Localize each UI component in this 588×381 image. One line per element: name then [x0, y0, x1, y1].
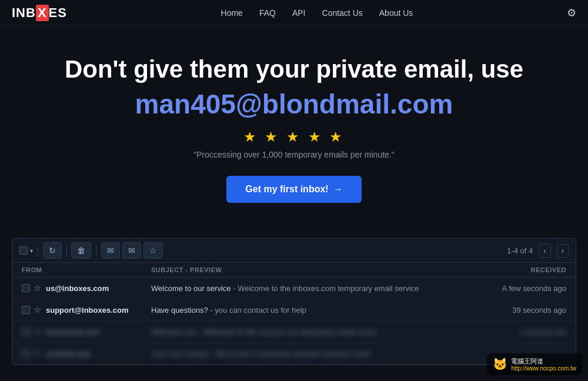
toolbar-right: 1-4 of 4 ‹ › — [507, 244, 569, 258]
checkbox-wrap-2: ☆ — [22, 305, 41, 315]
nav-contact[interactable]: Contact Us — [322, 8, 363, 18]
table-row[interactable]: ☆ support@inboxes.com Have questions? - … — [12, 299, 576, 321]
star-button[interactable]: ☆ — [143, 242, 163, 259]
star-icon-2[interactable]: ☆ — [34, 305, 41, 315]
star-icon-3[interactable]: ☆ — [34, 327, 41, 336]
cell-subject-3: Welcome xxx - Welcome to the xxxxxxx.xxx… — [151, 327, 460, 336]
mark-unread-icon: ✉ — [128, 246, 135, 255]
subject-preview-1: Welcome to the inboxes.com temporary ema… — [238, 284, 419, 293]
select-all-wrap: ▾ — [19, 246, 33, 255]
from-address-3: xxxxxxxxx.xxx — [46, 327, 99, 336]
inbox-table-header: FROM SUBJECT - PREVIEW RECEIVED — [12, 263, 576, 278]
navbar-right: ⚙ — [567, 6, 576, 19]
header-subject: SUBJECT - PREVIEW — [151, 266, 460, 273]
inbox-panel: ▾ | ↻ | 🗑 | ✉ ✉ ☆ 1-4 of 4 ‹ › — [12, 238, 576, 365]
star-toolbar-icon: ☆ — [149, 246, 157, 255]
cell-received-2: 39 seconds ago — [460, 306, 566, 315]
mark-unread-button[interactable]: ✉ — [122, 242, 141, 259]
settings-icon[interactable]: ⚙ — [567, 6, 576, 19]
select-all-checkbox[interactable] — [19, 246, 28, 255]
cell-subject-4: xxxx xxxx xxxxxx - this is just x xxxxxx… — [151, 349, 460, 358]
row-checkbox-1[interactable] — [22, 284, 30, 292]
from-address-1: us@inboxes.com — [46, 284, 109, 293]
row-checkbox-3[interactable] — [22, 327, 30, 336]
table-row[interactable]: ☆ us@inboxes.com Welcome to our service … — [12, 278, 576, 299]
hero-email: man405@blondmail.com — [12, 88, 576, 121]
refresh-icon: ↻ — [49, 246, 56, 255]
cell-from-1: ☆ us@inboxes.com — [22, 283, 151, 293]
divider-2: | — [65, 245, 68, 257]
hero-subtext: "Proccessing over 1,000 temporary emails… — [12, 150, 576, 159]
from-address-2: support@inboxes.com — [46, 306, 129, 315]
next-page-button[interactable]: › — [557, 244, 569, 258]
checkbox-wrap-1: ☆ — [22, 283, 41, 293]
subject-preview-2: you can contact us for help — [215, 306, 306, 315]
refresh-button[interactable]: ↻ — [43, 242, 62, 259]
cell-from-4: ☆ xxxxxxx.xxx — [22, 349, 151, 358]
header-from: FROM — [22, 266, 151, 273]
subject-title-2: Have questions? — [151, 306, 208, 315]
logo-text-suffix: ES — [49, 5, 67, 21]
nav-api[interactable]: API — [292, 8, 306, 18]
subject-divider-1: - — [233, 284, 238, 293]
mark-read-button[interactable]: ✉ — [101, 242, 120, 259]
row-checkbox-2[interactable] — [22, 306, 30, 314]
divider-1: | — [36, 245, 39, 257]
cta-button[interactable]: Get my first inbox! → — [226, 176, 361, 203]
header-received: RECEIVED — [460, 266, 566, 273]
delete-button[interactable]: 🗑 — [71, 242, 91, 259]
mark-read-icon: ✉ — [107, 246, 114, 255]
watermark-text: 電腦王阿達 — [511, 357, 576, 365]
subject-title-1: Welcome to our service — [151, 284, 231, 293]
logo-box: X — [36, 5, 49, 21]
cta-arrow-icon: → — [333, 184, 343, 195]
cta-label: Get my first inbox! — [245, 184, 328, 195]
watermark-icon: 🐱 — [493, 357, 507, 371]
nav-about[interactable]: About Us — [379, 8, 413, 18]
cell-received-3: x xxxxxxx xxx — [460, 327, 566, 336]
subject-preview-3: Welcome xxx - Welcome to the xxxxxxx.xxx… — [151, 327, 377, 336]
hero-stars: ★ ★ ★ ★ ★ — [12, 129, 576, 145]
toolbar-left: ▾ | ↻ | 🗑 | ✉ ✉ ☆ — [19, 242, 163, 259]
cell-subject-2: Have questions? - you can contact us for… — [151, 306, 460, 315]
row-checkbox-4[interactable] — [22, 349, 30, 357]
logo-text-prefix: INB — [12, 5, 36, 21]
hero-section: Don't give them your private email, use … — [0, 26, 588, 220]
from-address-4: xxxxxxx.xxx — [46, 349, 91, 358]
prev-page-button[interactable]: ‹ — [539, 244, 550, 258]
star-icon-1[interactable]: ☆ — [34, 283, 41, 293]
pagination-label: 1-4 of 4 — [507, 246, 533, 255]
cell-received-1: A few seconds ago — [460, 284, 566, 293]
inbox-toolbar: ▾ | ↻ | 🗑 | ✉ ✉ ☆ 1-4 of 4 ‹ › — [12, 239, 576, 263]
watermark: 🐱 電腦王阿達 http://www.nocpo.com.tw — [487, 353, 582, 375]
navbar: INBXES Home FAQ API Contact Us About Us … — [0, 0, 588, 26]
watermark-url: http://www.nocpo.com.tw — [511, 365, 576, 372]
cell-from-3: ☆ xxxxxxxxx.xxx — [22, 327, 151, 336]
nav-faq[interactable]: FAQ — [259, 8, 276, 18]
select-dropdown-icon[interactable]: ▾ — [30, 248, 33, 254]
star-icon-4[interactable]: ☆ — [34, 349, 41, 358]
checkbox-wrap-4: ☆ — [22, 349, 41, 358]
hero-headline: Don't give them your private email, use — [12, 55, 576, 83]
cell-subject-1: Welcome to our service - Welcome to the … — [151, 284, 460, 293]
divider-3: | — [95, 245, 98, 257]
logo: INBXES — [12, 5, 67, 21]
subject-preview-4: xxxx xxxx xxxxxx - this is just x xxxxxx… — [151, 349, 370, 358]
checkbox-wrap-3: ☆ — [22, 327, 41, 336]
table-row[interactable]: ☆ xxxxxxxxx.xxx Welcome xxx - Welcome to… — [12, 321, 576, 343]
cell-from-2: ☆ support@inboxes.com — [22, 305, 151, 315]
nav-home[interactable]: Home — [221, 8, 243, 18]
delete-icon: 🗑 — [77, 246, 85, 255]
nav-links: Home FAQ API Contact Us About Us — [221, 8, 413, 18]
